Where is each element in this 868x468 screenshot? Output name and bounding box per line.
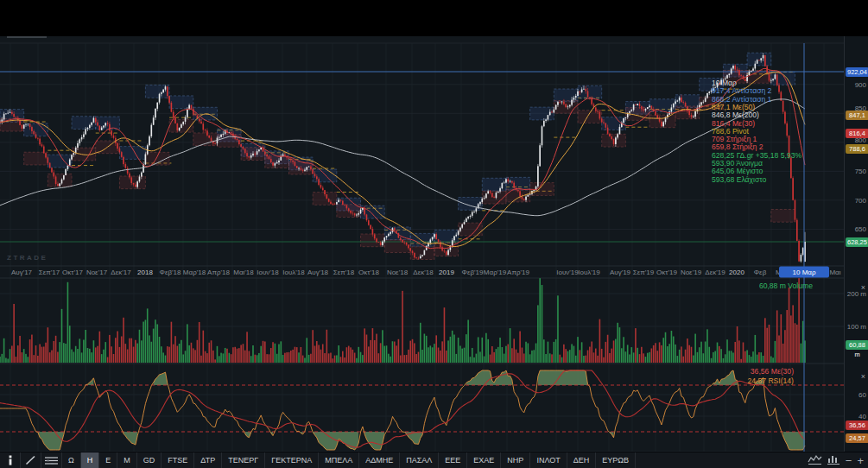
- ticker-button-ΔΕΗ[interactable]: ΔΕΗ: [567, 452, 597, 468]
- ticker-button-ΠΑΣΑΛ[interactable]: ΠΑΣΑΛ: [400, 452, 439, 468]
- crosshair-price-badge: 922,04: [846, 67, 868, 77]
- time-axis-label: Νοε'17: [86, 269, 108, 276]
- time-axis-label: Δεκ'17: [111, 269, 131, 276]
- time-axis-label: Σεπ'18: [333, 269, 355, 276]
- ma30-value-badge: 816,4: [846, 129, 868, 138]
- zoom-in-icon[interactable]: +: [857, 452, 864, 468]
- ticker-button-ΕΥΡΩΒ[interactable]: ΕΥΡΩΒ: [596, 452, 636, 468]
- ticker-button-ΤΕΝΕΡΓ[interactable]: ΤΕΝΕΡΓ: [222, 452, 265, 468]
- time-axis-label: Νοε'19: [681, 269, 702, 276]
- draw-icon[interactable]: [21, 452, 41, 468]
- price-axis: 900850800750700650922,04847,1816,4788,66…: [844, 36, 868, 452]
- line-chart-zoom-icon[interactable]: [808, 453, 822, 468]
- ma50-value-badge: 847,1: [846, 111, 868, 120]
- last-price-badge: 628,25: [846, 237, 868, 247]
- rsi-legend-line: 36,56 Με(30): [751, 367, 794, 376]
- price-axis-label: 700: [855, 197, 866, 205]
- time-axis-label: Οκτ'17: [62, 269, 83, 276]
- timeframe-button-Ω[interactable]: Ω: [62, 452, 81, 468]
- ticker-button-ΕΕΕ[interactable]: ΕΕΕ: [439, 452, 467, 468]
- trading-app-window: Αυγ'17Σεπ'17Οκτ'17Νοε'17Δεκ'172018Φεβ'18…: [0, 0, 868, 468]
- time-axis-label: Μαι: [829, 269, 840, 276]
- time-axis-label: Απρ'18: [207, 269, 230, 276]
- time-axis-label: Ιουλ'18: [282, 269, 305, 276]
- time-axis-label: Νοε'18: [387, 269, 409, 276]
- watermark: ZTRADE: [7, 254, 48, 262]
- time-axis-label: Οκτ'19: [656, 269, 677, 276]
- time-axis-label: Μαρ'19: [484, 269, 507, 276]
- rsi-legend-line: 24,57 RSI(14): [747, 376, 794, 385]
- time-axis-label: Σεπ'19: [633, 269, 655, 276]
- time-axis-label: Δεκ'18: [413, 269, 434, 276]
- time-axis-label: Μαι'18: [233, 269, 254, 276]
- cursor-date-label: 10 Μαρ: [793, 269, 816, 276]
- time-axis-label: Μαρ'18: [183, 269, 206, 276]
- ticker-button-ΜΠΕΛΑ[interactable]: ΜΠΕΛΑ: [319, 452, 359, 468]
- time-axis-label: Ιουν'19: [556, 269, 579, 276]
- time-axis-label: Απρ'19: [507, 269, 529, 276]
- timeframe-button-Μ[interactable]: Μ: [117, 452, 137, 468]
- chart-canvas[interactable]: Αυγ'17Σεπ'17Οκτ'17Νοε'17Δεκ'172018Φεβ'18…: [0, 0, 844, 452]
- price-axis-label: 750: [855, 168, 866, 175]
- time-axis-label: 2018: [137, 269, 153, 276]
- rsi-value-badge: 24,57: [846, 433, 868, 443]
- ticker-button-ΓΕΚΤΕΡΝΑ[interactable]: ΓΕΚΤΕΡΝΑ: [265, 452, 319, 468]
- rsi-axis-label: 40: [858, 413, 866, 421]
- volume-legend: 60,88 m Volume: [759, 281, 813, 290]
- info-icon[interactable]: [0, 452, 21, 468]
- time-axis-label: Ιουν'18: [257, 269, 279, 276]
- volume-value-badge: 60,88 m: [846, 340, 868, 350]
- bar-chart-zoom-icon[interactable]: [827, 453, 840, 468]
- ticker-button-ΑΔΜΗΕ[interactable]: ΑΔΜΗΕ: [359, 452, 400, 468]
- time-axis-label: Φεβ'19: [462, 269, 485, 276]
- indicator-list-icon[interactable]: [41, 452, 62, 468]
- legend-line: 593,68 Ελάχιστο: [712, 175, 767, 184]
- timeframe-button-Ε[interactable]: Ε: [99, 452, 117, 468]
- price-axis-label: 900: [855, 81, 866, 89]
- price-axis-label: 650: [855, 225, 866, 233]
- rsi-close-icon[interactable]: ×: [861, 373, 865, 380]
- ticker-button-FTSE[interactable]: FTSE: [162, 452, 194, 468]
- time-axis-label: Φεβ'18: [160, 269, 182, 276]
- time-axis-label: Αυγ'17: [11, 269, 33, 276]
- time-axis-label: Δεκ'19: [705, 269, 725, 276]
- ticker-button-ΙΝΛΟΤ[interactable]: ΙΝΛΟΤ: [530, 452, 567, 468]
- chart-zoom-controls: −+: [808, 452, 866, 468]
- time-axis-label: Σεπ'17: [39, 269, 60, 276]
- ticker-button-GD[interactable]: GD: [137, 452, 162, 468]
- time-axis-label: Αυγ'19: [610, 269, 631, 276]
- time-axis-label: Οκτ'18: [358, 269, 379, 276]
- time-axis-label: Φεβ: [754, 269, 767, 276]
- time-axis-label: Ιουλ'19: [578, 269, 600, 276]
- ticker-button-ΔΤΡ[interactable]: ΔΤΡ: [194, 452, 222, 468]
- time-axis-label: 2019: [439, 269, 454, 276]
- volume-axis-label: 200 m: [847, 290, 866, 298]
- zoom-out-icon[interactable]: −: [846, 452, 852, 468]
- volume-axis-label: 100 m: [847, 323, 866, 331]
- time-axis-label: 2020: [729, 269, 744, 276]
- ticker-button-ΝΗΡ[interactable]: ΝΗΡ: [501, 452, 530, 468]
- time-axis-label: Αυγ'18: [307, 269, 329, 276]
- bottom-toolbar: ΩΗΕΜGDFTSEΔΤΡΤΕΝΕΡΓΓΕΚΤΕΡΝΑΜΠΕΛΑΑΔΜΗΕΠΑΣ…: [0, 452, 868, 468]
- rsi-axis-label: 60: [858, 391, 866, 399]
- rsi-ma-value-badge: 36,56: [846, 421, 868, 430]
- ticker-button-ΕΧΑΕ[interactable]: ΕΧΑΕ: [467, 452, 501, 468]
- pivot-value-badge: 788,6: [846, 144, 868, 154]
- timeframe-button-Η[interactable]: Η: [81, 452, 100, 468]
- divider-handle[interactable]: [7, 36, 47, 38]
